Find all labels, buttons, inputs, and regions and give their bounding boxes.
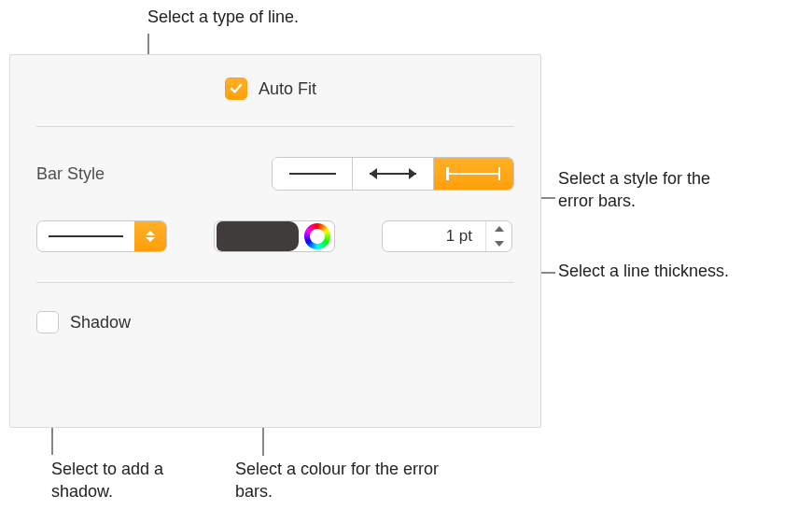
stepper-up[interactable] bbox=[486, 221, 511, 236]
updown-arrows-icon bbox=[134, 221, 166, 251]
color-wheel-icon[interactable] bbox=[304, 223, 330, 249]
callout-shadow: Select to add a shadow. bbox=[51, 458, 219, 503]
bar-style-option-line[interactable] bbox=[273, 158, 353, 190]
callout-bar-style: Select a style for the error bars. bbox=[558, 167, 745, 213]
bar-style-option-tcap[interactable] bbox=[434, 158, 513, 190]
checkmark-icon bbox=[229, 81, 244, 96]
autofit-row: Auto Fit bbox=[10, 55, 540, 126]
line-type-preview bbox=[37, 221, 134, 251]
color-swatch[interactable] bbox=[217, 221, 299, 251]
bar-style-section: Bar Style bbox=[10, 127, 540, 282]
callout-line-type: Select a type of line. bbox=[147, 6, 353, 28]
shadow-label: Shadow bbox=[70, 313, 131, 333]
stepper-arrows bbox=[485, 221, 511, 251]
callout-thickness: Select a line thickness. bbox=[558, 260, 745, 282]
color-well[interactable] bbox=[214, 220, 335, 252]
line-cap-arrow-icon bbox=[370, 173, 416, 176]
line-cap-none-icon bbox=[289, 173, 336, 176]
thickness-value[interactable]: 1 pt bbox=[383, 221, 485, 251]
autofit-label: Auto Fit bbox=[259, 79, 316, 99]
bar-style-option-arrow[interactable] bbox=[353, 158, 433, 190]
line-cap-t-icon bbox=[446, 173, 500, 176]
callout-colour: Select a colour for the error bars. bbox=[235, 458, 441, 503]
bar-style-label: Bar Style bbox=[36, 164, 105, 184]
solid-line-icon bbox=[49, 235, 123, 238]
thickness-stepper[interactable]: 1 pt bbox=[382, 220, 512, 252]
stepper-down[interactable] bbox=[486, 236, 511, 251]
line-type-dropdown[interactable] bbox=[36, 220, 167, 252]
autofit-checkbox[interactable] bbox=[225, 78, 247, 100]
shadow-checkbox[interactable] bbox=[36, 311, 59, 333]
shadow-row: Shadow bbox=[10, 283, 540, 361]
inspector-panel: Auto Fit Bar Style bbox=[9, 54, 541, 428]
bar-style-segmented[interactable] bbox=[272, 157, 514, 191]
